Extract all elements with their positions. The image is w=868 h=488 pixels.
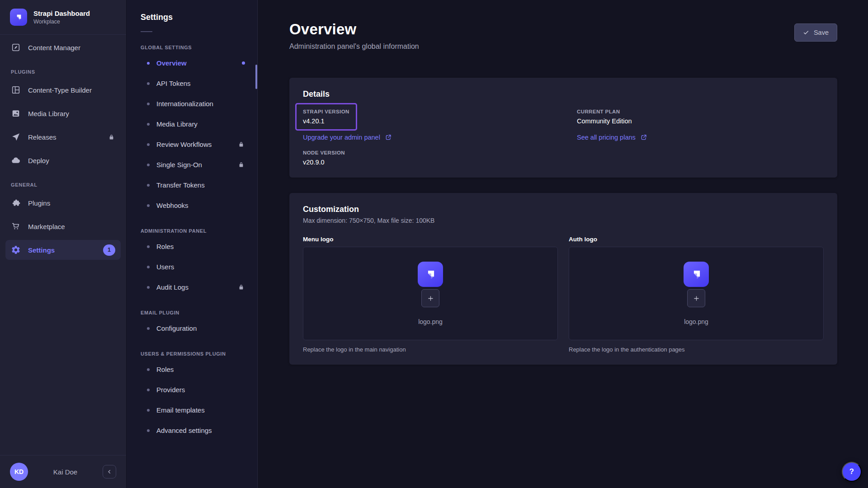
paper-plane-icon [11,132,21,142]
auth-logo-dropzone[interactable]: logo.png [569,247,824,340]
bullet-icon [147,327,150,330]
subnav-item-media-library[interactable]: Media Library [127,114,257,134]
auth-logo-filename: logo.png [684,318,708,325]
subnav-title-divider [141,31,152,32]
sidebar-item-settings[interactable]: Settings1 [5,240,121,260]
subnav-item-webhooks[interactable]: Webhooks [127,195,257,216]
auth-logo-upload: Auth logo logo.png Replace the logo in t… [569,236,824,353]
workspace-brand[interactable]: Strapi Dashboard Workplace [0,0,126,35]
notification-dot-icon [242,61,245,65]
subnav-item-email-templates[interactable]: Email templates [127,400,257,420]
pricing-link-label: See all pricing plans [577,134,636,141]
bullet-icon [147,62,150,65]
help-button[interactable]: ? [842,462,862,482]
subnav-item-advanced-settings[interactable]: Advanced settings [127,420,257,441]
strapi-logo-icon [13,12,24,23]
bullet-icon [147,204,150,207]
avatar[interactable]: KD [10,463,28,481]
subnav-item-review-workflows[interactable]: Review Workflows [127,134,257,155]
sidebar-item-marketplace[interactable]: Marketplace [5,216,121,236]
sidebar-item-deploy[interactable]: Deploy [5,150,121,170]
menu-logo-add-button[interactable] [421,289,439,307]
subnav-section-header: USERS & PERMISSIONS PLUGIN [141,351,243,357]
customization-card: Customization Max dimension: 750×750, Ma… [289,193,837,365]
subnav-item-label: Providers [156,386,245,394]
save-button[interactable]: Save [794,23,837,42]
bullet-icon [147,123,150,126]
lock-icon [237,283,245,291]
subnav-section-header: EMAIL PLUGIN [141,310,243,315]
strapi-version-field: STRAPI VERSION v4.20.1 [303,109,349,125]
plus-icon [693,295,700,302]
bullet-icon [147,103,150,105]
nav-section-header: GENERAL [11,182,115,188]
user-section: KD Kai Doe [0,455,126,488]
sidebar-item-label: Marketplace [28,223,115,230]
bullet-icon [147,164,150,166]
subnav-item-label: Audit Logs [156,283,237,291]
layout-icon [11,85,21,95]
subnav-item-api-tokens[interactable]: API Tokens [127,73,257,94]
gear-icon [11,245,21,255]
bullet-icon [147,409,150,412]
main-nav: Strapi Dashboard Workplace Content Manag… [0,0,127,488]
page-header-text: Overview Administration panel's global i… [289,21,419,51]
subnav-item-label: Advanced settings [156,427,245,434]
auth-logo-preview [684,262,709,287]
sidebar-item-plugins[interactable]: Plugins [5,193,121,213]
sidebar-item-label: Deploy [28,157,115,164]
subnav-item-label: Email templates [156,406,245,414]
node-version-label: NODE VERSION [303,150,345,155]
subnav-item-roles[interactable]: Roles [127,359,257,380]
current-plan-label: CURRENT PLAN [577,109,632,114]
details-grid: STRAPI VERSION v4.20.1 CURRENT PLAN Comm… [303,109,824,166]
bullet-icon [147,286,150,289]
plus-icon [427,295,434,302]
subnav-item-transfer-tokens[interactable]: Transfer Tokens [127,175,257,195]
sidebar-item-media-library[interactable]: Media Library [5,103,121,123]
sidebar-item-label: Settings [28,246,96,254]
subnav-item-label: Media Library [156,120,245,128]
subnav-item-roles[interactable]: Roles [127,236,257,257]
workspace-subtitle: Workplace [33,19,90,25]
bullet-icon [147,368,150,371]
pricing-plans-link[interactable]: See all pricing plans [577,134,647,141]
current-plan-field: CURRENT PLAN Community Edition [577,109,632,125]
auth-logo-label: Auth logo [569,236,824,243]
sidebar-item-label: Releases [28,133,100,141]
subnav-scrollbar-thumb[interactable] [255,65,257,89]
subnav-section-header: ADMINISTRATION PANEL [141,228,243,234]
sidebar-item-releases[interactable]: Releases [5,127,121,147]
chevron-left-icon [106,468,113,475]
node-version-value: v20.9.0 [303,159,345,166]
strapi-version-value: v4.20.1 [303,117,349,125]
user-name: Kai Doe [28,468,103,476]
sidebar-item-content-manager[interactable]: Content Manager [5,38,121,57]
subnav-sections: GLOBAL SETTINGSOverviewAPI TokensInterna… [127,45,257,441]
customization-card-subtitle: Max dimension: 750×750, Max file size: 1… [303,217,824,224]
subnav-item-overview[interactable]: Overview [127,53,257,73]
menu-logo-dropzone[interactable]: logo.png [303,247,558,340]
collapse-sidebar-button[interactable] [103,465,116,479]
subnav-item-audit-logs[interactable]: Audit Logs [127,277,257,297]
menu-logo-caption: Replace the logo in the main navigation [303,346,558,353]
sidebar-item-content-type-builder[interactable]: Content-Type Builder [5,80,121,100]
subnav-item-providers[interactable]: Providers [127,380,257,400]
upgrade-admin-panel-link[interactable]: Upgrade your admin panel [303,134,392,141]
details-card-title: Details [303,89,824,99]
page-header: Overview Administration panel's global i… [289,21,837,51]
subnav-item-label: Internationalization [156,100,245,108]
subnav-item-label: Configuration [156,324,245,332]
sidebar-item-label: Plugins [28,199,115,207]
sidebar-item-label: Content Manager [28,44,115,52]
subnav-section-header: GLOBAL SETTINGS [141,45,243,50]
subnav-item-configuration[interactable]: Configuration [127,318,257,338]
lock-icon [237,161,245,169]
page-subtitle: Administration panel's global informatio… [289,42,419,51]
strapi-version-label: STRAPI VERSION [303,109,349,114]
subnav-item-users[interactable]: Users [127,257,257,277]
subnav-item-single-sign-on[interactable]: Single Sign-On [127,155,257,175]
sidebar-item-label: Media Library [28,110,115,117]
auth-logo-add-button[interactable] [687,289,705,307]
subnav-item-internationalization[interactable]: Internationalization [127,94,257,114]
